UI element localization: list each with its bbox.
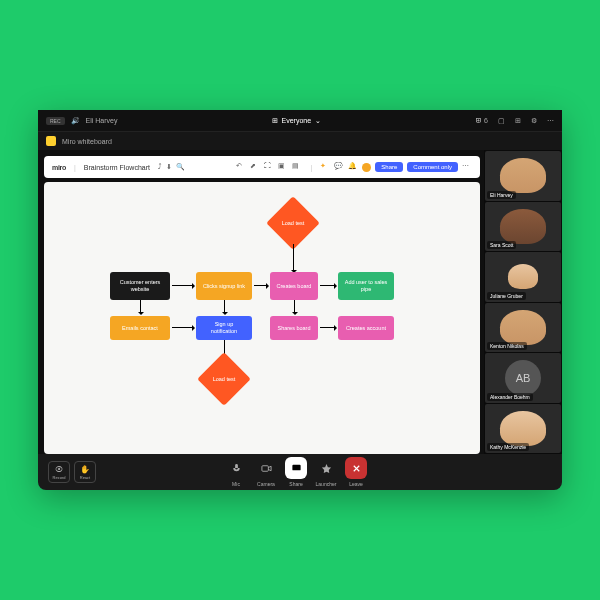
participants-panel: Eli Harvey Sara Scott Juliane Gruber Ken… [484,150,562,454]
node-creates-board[interactable]: Creates board [270,272,318,300]
react-button[interactable]: ✋React [74,461,96,483]
window-topbar: REC 🔊 Eli Harvey ⊞ Everyone ⌄ ⛨ 6 ▢ ⊞ ⚙ … [38,110,562,132]
share-button[interactable]: Share [375,162,403,172]
node-clicks-signup[interactable]: Clicks signup link [196,272,252,300]
video-tile[interactable]: ABAlexander Boehm [485,353,561,403]
share-button[interactable]: Share [285,457,307,487]
video-tile[interactable]: Kathy McKenzie [485,404,561,454]
presenter-name: Eli Harvey [86,117,118,124]
miro-logo: miro [52,164,66,171]
node-customer-enters[interactable]: Customer enters website [110,272,170,300]
rec-badge: REC [46,117,65,125]
search-icon[interactable]: 🔍 [176,163,185,171]
node-creates-account[interactable]: Creates account [338,316,394,340]
export-icon[interactable]: ⤴ [158,163,162,171]
lock-icon[interactable]: ▣ [278,162,288,172]
more-icon[interactable]: ⋯ [547,117,554,125]
node-emails-contact[interactable]: Emails contact [110,316,170,340]
view-dropdown[interactable]: ⊞ Everyone ⌄ [125,117,467,125]
gear-icon[interactable]: ⚙ [531,117,537,125]
download-icon[interactable]: ⬇ [166,163,172,171]
video-tile[interactable]: Eli Harvey [485,151,561,201]
node-shares-board[interactable]: Shares board [270,316,318,340]
people-icon[interactable]: ⛨ 6 [475,117,488,124]
tab-label[interactable]: Miro whiteboard [62,138,112,145]
tab-bar: Miro whiteboard [38,132,562,150]
comment-button[interactable]: Comment only [407,162,458,172]
doc-icon[interactable]: ▤ [292,162,302,172]
whiteboard-panel: miro | Brainstorm Flowchart ⤴ ⬇ 🔍 ↶ ⬈ ⛶ … [38,150,484,454]
undo-icon[interactable]: ↶ [236,162,246,172]
node-signup-notification[interactable]: Sign up notification [196,316,252,340]
pointer-icon[interactable]: ⬈ [250,162,260,172]
chevron-down-icon: ⌄ [315,117,321,125]
chat-icon[interactable]: 💬 [334,162,344,172]
video-tile[interactable]: Kenton Nikolas [485,303,561,353]
miro-app-icon [46,136,56,146]
controls-dock: ⦿Record ✋React Mic Camera Share Launcher… [38,454,562,490]
cursor-icon[interactable]: ✦ [320,162,330,172]
window-icon[interactable]: ▢ [498,117,505,125]
ellipsis-icon[interactable]: ⋯ [462,162,472,172]
video-tile[interactable]: Juliane Gruber [485,252,561,302]
user-avatar[interactable] [362,163,371,172]
record-button[interactable]: ⦿Record [48,461,70,483]
node-load-test-top[interactable]: Load test [266,196,320,250]
camera-button[interactable]: Camera [255,457,277,487]
miro-toolbar: miro | Brainstorm Flowchart ⤴ ⬇ 🔍 ↶ ⬈ ⛶ … [44,156,480,178]
video-conference-window: REC 🔊 Eli Harvey ⊞ Everyone ⌄ ⛨ 6 ▢ ⊞ ⚙ … [38,110,562,490]
node-add-user[interactable]: Add user to sales pipe [338,272,394,300]
video-tile[interactable]: Sara Scott [485,202,561,252]
launcher-button[interactable]: Launcher [315,457,337,487]
leave-button[interactable]: Leave [345,457,367,487]
grid-icon[interactable]: ⊞ [515,117,521,125]
bell-icon[interactable]: 🔔 [348,162,358,172]
mic-button[interactable]: Mic [225,457,247,487]
node-load-test-bot[interactable]: Load test [197,352,251,406]
sound-icon: 🔊 [71,117,80,125]
svg-rect-0 [261,465,267,471]
expand-icon[interactable]: ⛶ [264,162,274,172]
flowchart-canvas[interactable]: Load test Customer enters website Clicks… [44,182,480,454]
svg-rect-1 [292,464,300,470]
board-title[interactable]: Brainstorm Flowchart [84,164,150,171]
